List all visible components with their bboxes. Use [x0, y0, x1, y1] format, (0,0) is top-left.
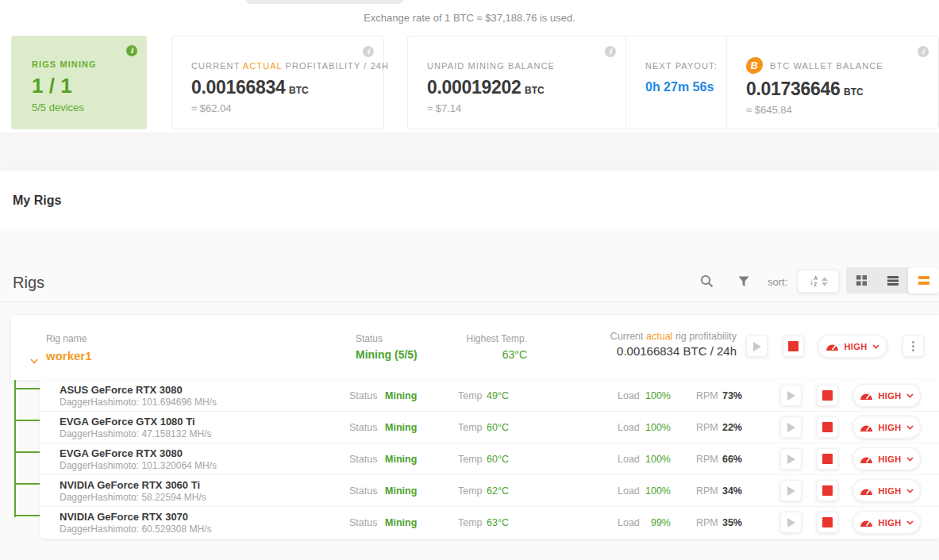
status-label: Status — [349, 485, 377, 497]
status-label: Status — [349, 517, 377, 528]
info-icon[interactable]: i — [918, 46, 929, 57]
device-load: 100% — [631, 485, 671, 497]
divider — [0, 301, 939, 302]
chevron-down-icon — [872, 344, 879, 349]
temp-label: Temp — [458, 422, 483, 433]
info-icon[interactable]: i — [126, 45, 137, 56]
stop-icon — [822, 485, 833, 496]
list-icon — [887, 276, 899, 286]
tree-connector — [14, 380, 16, 517]
play-button[interactable] — [746, 336, 768, 357]
play-button[interactable] — [780, 448, 802, 470]
play-icon — [787, 423, 795, 432]
unpaid-label: UNPAID MINING BALANCE — [427, 61, 625, 71]
stop-button[interactable] — [783, 336, 804, 357]
gauge-icon — [825, 342, 839, 351]
next-payout-countdown: 0h 27m 56s — [645, 80, 726, 94]
play-button[interactable] — [780, 385, 802, 406]
stop-icon — [822, 422, 833, 432]
play-button[interactable] — [780, 480, 802, 501]
sort-direction-icon — [822, 277, 828, 286]
rigs-title: Rigs — [13, 274, 44, 292]
btc-icon: B — [745, 57, 764, 74]
search-icon[interactable] — [700, 274, 714, 291]
power-mode-button[interactable]: HIGH — [852, 511, 921, 534]
device-name: EVGA GeForce RTX 3080 — [60, 447, 183, 459]
rig-profitability: Current actual rig profitability 0.00166… — [610, 331, 737, 358]
gauge-icon — [860, 486, 873, 496]
stop-icon — [822, 517, 833, 527]
tree-connector — [16, 483, 40, 485]
rig-expand-chevron-icon[interactable] — [30, 353, 38, 367]
device-name: NVIDIA GeForce RTX 3060 Ti — [60, 479, 200, 491]
device-name: EVGA GeForce GTX 1080 Ti — [60, 416, 195, 428]
gauge-icon — [860, 455, 873, 464]
more-dots-icon — [912, 341, 914, 351]
device-status: Mining — [385, 390, 417, 401]
status-label: Status — [349, 454, 377, 465]
device-status: Mining — [385, 422, 417, 433]
chevron-down-icon — [906, 520, 914, 525]
device-status: Mining — [385, 517, 417, 528]
device-load: 100% — [631, 390, 671, 401]
wallet-balance-card: i B BTC WALLET BALANCE 0.01736646 BTC ≈ … — [727, 36, 938, 128]
rig-row-worker1: Rig name worker1 Status Mining (5/5) Hig… — [11, 315, 939, 380]
device-rpm: 22% — [710, 422, 742, 433]
sort-button[interactable]: ↓ AZ — [798, 270, 839, 293]
tree-connector — [16, 420, 40, 421]
device-algo: DaggerHashimoto: 47.158132 MH/s — [60, 428, 211, 439]
device-name: ASUS GeForce RTX 3080 — [60, 384, 183, 396]
highest-temp-value: 63°C — [368, 348, 527, 361]
stop-button[interactable] — [817, 480, 838, 501]
play-icon — [787, 486, 795, 496]
rig-name[interactable]: worker1 — [46, 349, 92, 362]
stop-button[interactable] — [817, 416, 838, 438]
play-button[interactable] — [780, 416, 802, 438]
power-mode-button[interactable]: HIGH — [818, 335, 887, 358]
wallet-fiat: ≈ $645.84 — [746, 104, 938, 116]
menu-button[interactable] — [902, 336, 924, 357]
temp-label: Temp — [458, 485, 483, 497]
my-rigs-title: My Rigs — [13, 194, 61, 208]
profitability-card: i CURRENT ACTUAL PROFITABILITY / 24H 0.0… — [171, 36, 384, 129]
wallet-label: BTC WALLET BALANCE — [770, 61, 883, 71]
play-button[interactable] — [780, 512, 802, 533]
info-icon[interactable]: i — [363, 46, 374, 57]
compact-icon — [918, 276, 929, 285]
device-rpm: 35% — [710, 517, 742, 528]
chevron-down-icon — [906, 489, 914, 493]
play-icon — [787, 391, 795, 401]
profitability-value: 0.00166834 BTC — [191, 77, 383, 98]
highest-temp-label: Highest Temp. — [368, 333, 527, 344]
device-row: NVIDIA GeForce RTX 3060 Ti DaggerHashimo… — [40, 475, 939, 507]
exchange-rate-note: Exchange rate of 1 BTC ≈ $37,188.76 is u… — [0, 12, 939, 24]
play-icon — [787, 518, 795, 527]
status-label: Status — [349, 422, 377, 433]
device-algo: DaggerHashimoto: 101.320064 MH/s — [60, 460, 217, 471]
view-toggle-group — [846, 267, 939, 293]
unpaid-balance-card: i UNPAID MINING BALANCE 0.00019202 BTC ≈… — [408, 36, 626, 128]
device-rpm: 66% — [710, 454, 742, 465]
power-mode-button[interactable]: HIGH — [852, 384, 921, 407]
device-row: EVGA GeForce RTX 3080 DaggerHashimoto: 1… — [40, 443, 939, 475]
power-mode-button[interactable]: HIGH — [852, 479, 921, 502]
temp-label: Temp — [458, 390, 483, 401]
device-load: 99% — [631, 517, 671, 528]
filter-icon[interactable] — [738, 276, 749, 290]
device-rpm: 73% — [710, 390, 742, 401]
info-icon[interactable]: i — [605, 46, 616, 57]
device-algo: DaggerHashimoto: 101.694696 MH/s — [60, 397, 217, 408]
power-mode-button[interactable]: HIGH — [852, 416, 921, 439]
device-temp: 62°C — [487, 485, 509, 497]
view-grid-button[interactable] — [846, 267, 877, 293]
tree-connector — [16, 515, 40, 516]
chevron-down-icon — [906, 425, 914, 430]
view-list-button[interactable] — [877, 267, 908, 293]
temp-label: Temp — [458, 454, 483, 465]
stop-button[interactable] — [817, 512, 838, 533]
next-payout-label: NEXT PAYOUT: — [645, 61, 726, 71]
stop-button[interactable] — [817, 385, 838, 406]
view-compact-button[interactable] — [908, 267, 939, 293]
power-mode-button[interactable]: HIGH — [852, 447, 921, 470]
stop-button[interactable] — [817, 448, 838, 470]
